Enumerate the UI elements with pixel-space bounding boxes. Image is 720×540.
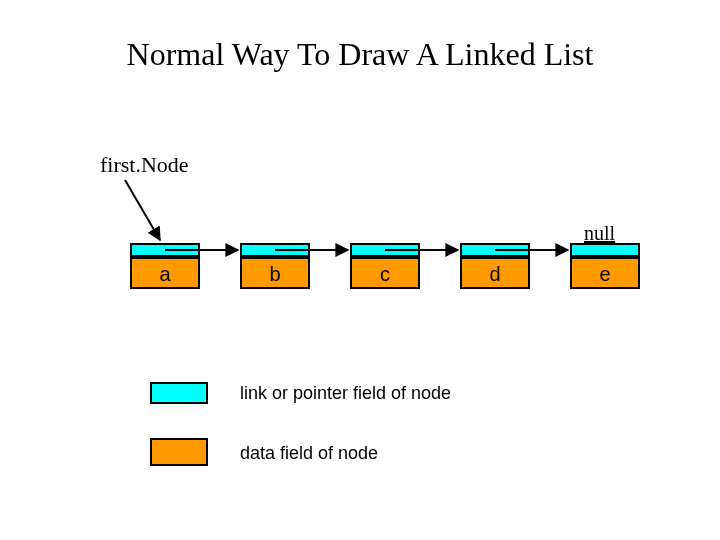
node-link-field (240, 243, 310, 257)
legend-data-text: data field of node (240, 443, 378, 464)
legend-link-text: link or pointer field of node (240, 383, 451, 404)
node-link-field (130, 243, 200, 257)
node-data-field: a (130, 257, 200, 289)
page-title: Normal Way To Draw A Linked List (0, 36, 720, 73)
legend-link-swatch (150, 382, 208, 404)
diagram-stage: Normal Way To Draw A Linked List first.N… (0, 0, 720, 540)
node-link-field (460, 243, 530, 257)
node-data-field: b (240, 257, 310, 289)
first-node-label: first.Node (100, 152, 189, 178)
node-link-field (570, 243, 640, 257)
null-label: null (584, 222, 615, 245)
node-link-field (350, 243, 420, 257)
legend-data-swatch (150, 438, 208, 466)
arrow-first-to-a (125, 180, 160, 240)
node-data-field: d (460, 257, 530, 289)
node-data-field: e (570, 257, 640, 289)
node-data-field: c (350, 257, 420, 289)
